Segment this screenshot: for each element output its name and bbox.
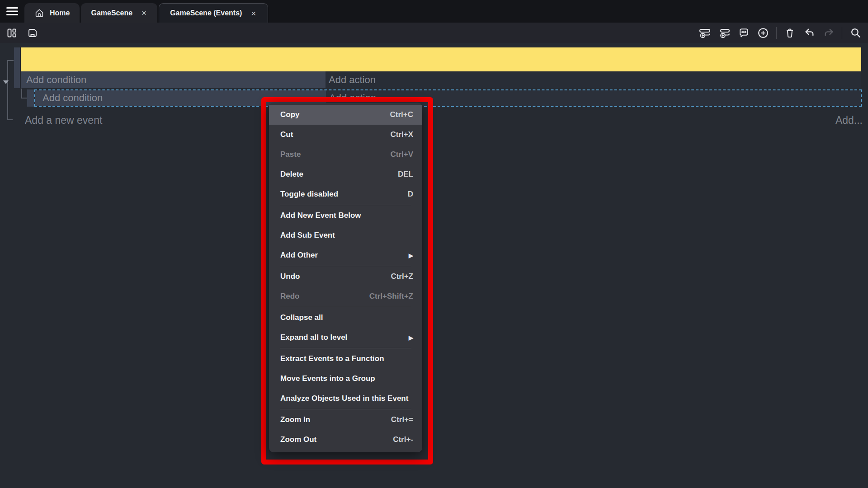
menu-item-label: Copy <box>280 110 390 119</box>
add-other-event-button[interactable] <box>757 27 769 39</box>
toolbar-left-group <box>5 23 39 43</box>
add-new-event-button[interactable]: Add a new event <box>25 113 102 127</box>
hamburger-menu-icon[interactable] <box>0 0 24 23</box>
menu-item-extract-events-to-function[interactable]: Extract Events to a Function <box>269 349 422 369</box>
hamburger-glyph <box>6 7 18 16</box>
menu-item-label: Delete <box>280 170 398 179</box>
menu-item-expand-all-to-level[interactable]: Expand all to level ▶ <box>269 328 422 347</box>
menu-separator <box>280 266 411 266</box>
menu-item-shortcut: Ctrl+C <box>390 110 413 119</box>
menu-separator <box>280 205 411 205</box>
menu-item-label: Add Sub Event <box>280 231 413 240</box>
tab-home[interactable]: Home <box>24 3 80 23</box>
menu-item-label: Analyze Objects Used in this Event <box>280 394 413 403</box>
menu-item-shortcut: Ctrl+Shift+Z <box>369 292 413 301</box>
menu-item-shortcut: Ctrl+- <box>393 435 413 444</box>
tree-line <box>7 60 8 120</box>
add-event-icon <box>699 27 711 39</box>
delete-button[interactable] <box>783 27 796 39</box>
save-icon <box>27 28 38 38</box>
menu-item-label: Extract Events to a Function <box>280 354 413 363</box>
close-tab-icon[interactable]: × <box>141 9 147 17</box>
search-icon <box>850 27 861 38</box>
add-other-event-icon <box>757 27 769 39</box>
menu-item-shortcut: Ctrl+X <box>390 130 413 139</box>
add-comment-button[interactable] <box>737 27 750 39</box>
redo-button <box>822 27 835 39</box>
menu-item-label: Zoom In <box>280 415 391 424</box>
menu-item-label: Redo <box>280 292 369 301</box>
menu-item-collapse-all[interactable]: Collapse all <box>269 308 422 328</box>
menu-separator <box>280 409 411 409</box>
tab-label: GameScene (Events) <box>170 9 242 17</box>
undo-button[interactable] <box>803 27 816 39</box>
menu-item-undo[interactable]: Undo Ctrl+Z <box>269 267 422 286</box>
collapse-event-caret-icon[interactable] <box>3 80 9 84</box>
menu-item-label: Cut <box>280 130 390 139</box>
add-action-button[interactable]: Add action <box>326 71 861 88</box>
menu-item-zoom-out[interactable]: Zoom Out Ctrl+- <box>269 430 422 450</box>
events-sheet: Add condition Add action Add condition A… <box>0 43 868 488</box>
menu-item-label: Add New Event Below <box>280 211 413 220</box>
menu-separator <box>280 348 411 348</box>
close-tab-icon[interactable]: × <box>250 9 257 18</box>
menu-item-copy[interactable]: Copy Ctrl+C <box>269 105 422 125</box>
tab-gamescene-events[interactable]: GameScene (Events) × <box>159 3 268 23</box>
menu-item-add-new-event-below[interactable]: Add New Event Below <box>269 206 422 225</box>
home-icon <box>34 8 44 18</box>
add-sub-event-button[interactable] <box>718 27 731 39</box>
project-manager-button[interactable] <box>5 27 18 39</box>
search-button[interactable] <box>849 27 862 39</box>
events-toolbar: Preview Publish <box>0 23 868 43</box>
menu-item-add-other[interactable]: Add Other ▶ <box>269 245 422 265</box>
context-menu: Copy Ctrl+C Cut Ctrl+X Paste Ctrl+V Dele… <box>269 103 422 452</box>
tab-bar: Home GameScene × GameScene (Events) × <box>0 0 868 23</box>
menu-item-label: Undo <box>280 272 391 281</box>
menu-item-label: Collapse all <box>280 313 413 322</box>
menu-item-label: Add Other <box>280 251 404 260</box>
toolbar-divider <box>776 27 777 39</box>
submenu-arrow-icon: ▶ <box>409 334 413 341</box>
add-event-button[interactable] <box>698 27 711 39</box>
add-comment-icon <box>738 27 750 38</box>
submenu-arrow-icon: ▶ <box>409 252 413 259</box>
tab-label: Home <box>50 9 70 17</box>
toolbar-right-group <box>698 23 862 43</box>
tree-line <box>21 89 22 99</box>
event-gutter[interactable] <box>14 47 21 88</box>
add-condition-button[interactable]: Add condition <box>21 71 326 88</box>
menu-item-shortcut: Ctrl+= <box>391 415 413 424</box>
add-sub-event-icon <box>718 27 730 39</box>
menu-separator <box>280 307 411 307</box>
trash-icon <box>784 28 795 38</box>
menu-item-add-sub-event[interactable]: Add Sub Event <box>269 225 422 245</box>
tab-label: GameScene <box>91 9 132 17</box>
menu-item-analyze-objects[interactable]: Analyze Objects Used in this Event <box>269 389 422 408</box>
menu-item-zoom-in[interactable]: Zoom In Ctrl+= <box>269 410 422 430</box>
menu-item-delete[interactable]: Delete DEL <box>269 164 422 184</box>
save-button[interactable] <box>26 27 39 39</box>
tree-line <box>7 119 13 120</box>
tree-line <box>7 60 14 61</box>
add-more-button[interactable]: Add... <box>835 113 863 127</box>
menu-item-label: Expand all to level <box>280 333 404 342</box>
menu-item-label: Zoom Out <box>280 435 393 444</box>
menu-item-shortcut: Ctrl+V <box>390 150 413 159</box>
menu-item-label: Toggle disabled <box>280 190 408 199</box>
menu-item-shortcut: DEL <box>398 170 413 179</box>
project-manager-icon <box>6 28 17 38</box>
selected-sub-event-row[interactable]: Add condition Add action <box>34 89 862 107</box>
sub-event-gutter[interactable] <box>27 89 34 107</box>
menu-item-redo: Redo Ctrl+Shift+Z <box>269 286 422 306</box>
menu-item-cut[interactable]: Cut Ctrl+X <box>269 125 422 145</box>
menu-item-move-events-into-group[interactable]: Move Events into a Group <box>269 369 422 389</box>
undo-icon <box>804 27 815 38</box>
menu-item-paste: Paste Ctrl+V <box>269 145 422 164</box>
tab-gamescene[interactable]: GameScene × <box>81 3 157 23</box>
comment-event[interactable] <box>21 47 861 71</box>
menu-item-label: Paste <box>280 150 390 159</box>
menu-item-label: Move Events into a Group <box>280 374 413 383</box>
redo-icon <box>823 27 835 38</box>
menu-item-toggle-disabled[interactable]: Toggle disabled D <box>269 184 422 204</box>
tree-line <box>21 98 27 99</box>
